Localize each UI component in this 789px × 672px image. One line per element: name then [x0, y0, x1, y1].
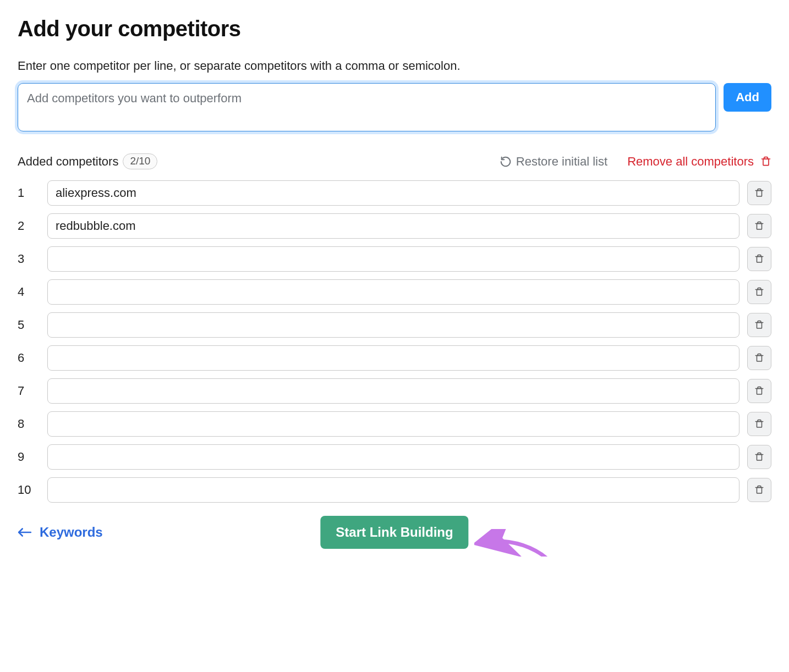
trash-icon [754, 385, 764, 396]
svg-rect-2 [757, 224, 762, 230]
competitor-input-wrapper [18, 83, 716, 131]
competitor-count-badge: 2/10 [123, 153, 157, 169]
remove-all-label: Remove all competitors [627, 155, 754, 169]
annotation-arrow-icon [474, 529, 584, 557]
competitor-row: 9 [18, 444, 771, 470]
row-number: 6 [18, 351, 40, 365]
svg-rect-7 [757, 389, 762, 395]
svg-rect-8 [757, 422, 762, 428]
trash-icon [754, 484, 764, 495]
competitor-row: 5 [18, 312, 771, 338]
arrow-left-icon [18, 527, 32, 538]
competitor-row: 2 [18, 213, 771, 239]
trash-icon [754, 287, 764, 298]
row-number: 8 [18, 417, 40, 431]
delete-row-button[interactable] [747, 280, 771, 304]
svg-rect-3 [757, 257, 762, 263]
competitor-row-input[interactable] [47, 279, 739, 305]
svg-rect-10 [757, 488, 762, 494]
footer: Keywords Start Link Building [18, 525, 771, 540]
svg-rect-5 [757, 323, 762, 329]
added-competitors-label: Added competitors [18, 155, 118, 169]
page-title: Add your competitors [18, 16, 771, 41]
row-number: 10 [18, 483, 40, 497]
competitor-row: 3 [18, 246, 771, 272]
row-number: 4 [18, 285, 40, 299]
instructions-text: Enter one competitor per line, or separa… [18, 59, 771, 73]
competitor-input[interactable] [19, 85, 714, 128]
svg-rect-1 [757, 191, 762, 197]
competitor-row-input[interactable] [47, 477, 739, 503]
delete-row-button[interactable] [747, 214, 771, 238]
back-keywords-link[interactable]: Keywords [18, 525, 103, 540]
restore-label: Restore initial list [516, 155, 607, 169]
remove-all-button[interactable]: Remove all competitors [627, 155, 771, 169]
competitor-row-input[interactable] [47, 378, 739, 404]
delete-row-button[interactable] [747, 346, 771, 370]
svg-rect-4 [757, 290, 762, 296]
competitor-row-input[interactable] [47, 180, 739, 206]
competitor-row: 6 [18, 345, 771, 371]
add-button[interactable]: Add [724, 83, 771, 112]
competitor-row-input[interactable] [47, 345, 739, 371]
svg-rect-0 [763, 159, 769, 166]
trash-icon [754, 352, 764, 363]
trash-icon [754, 418, 764, 429]
delete-row-button[interactable] [747, 313, 771, 337]
row-number: 7 [18, 384, 40, 398]
row-number: 3 [18, 252, 40, 266]
delete-row-button[interactable] [747, 412, 771, 436]
delete-row-button[interactable] [747, 379, 771, 403]
competitor-row: 8 [18, 411, 771, 437]
trash-icon [754, 320, 764, 331]
restore-icon [500, 156, 512, 168]
trash-icon [754, 254, 764, 265]
start-link-building-button[interactable]: Start Link Building [320, 516, 468, 549]
competitor-row-input[interactable] [47, 246, 739, 272]
delete-row-button[interactable] [747, 247, 771, 271]
trash-icon [760, 156, 771, 168]
restore-initial-list-button[interactable]: Restore initial list [500, 155, 607, 169]
competitor-row: 1 [18, 180, 771, 206]
row-number: 9 [18, 450, 40, 464]
competitor-input-row: Add [18, 83, 771, 131]
delete-row-button[interactable] [747, 181, 771, 205]
row-number: 1 [18, 186, 40, 200]
row-number: 5 [18, 318, 40, 332]
competitor-row: 7 [18, 378, 771, 404]
svg-rect-9 [757, 455, 762, 461]
competitor-row: 10 [18, 477, 771, 503]
competitor-row-input[interactable] [47, 444, 739, 470]
back-label: Keywords [40, 525, 103, 540]
competitor-row-input[interactable] [47, 312, 739, 338]
competitor-row: 4 [18, 279, 771, 305]
trash-icon [754, 221, 764, 232]
competitor-row-input[interactable] [47, 411, 739, 437]
row-number: 2 [18, 219, 40, 233]
trash-icon [754, 188, 764, 199]
delete-row-button[interactable] [747, 445, 771, 469]
competitor-row-input[interactable] [47, 213, 739, 239]
delete-row-button[interactable] [747, 478, 771, 502]
competitor-rows: 12345678910 [18, 180, 771, 503]
list-header: Added competitors 2/10 Restore initial l… [18, 153, 771, 169]
svg-rect-6 [757, 356, 762, 362]
trash-icon [754, 451, 764, 462]
